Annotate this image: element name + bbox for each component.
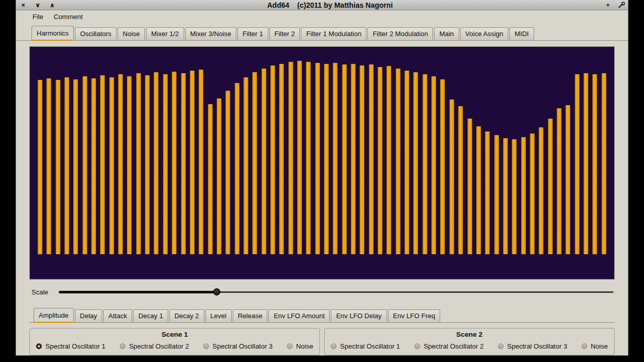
- tab-voice-assign[interactable]: Voice Assign: [460, 27, 509, 40]
- harmonic-bar-36[interactable]: [351, 64, 356, 254]
- harmonic-bar-58[interactable]: [548, 119, 553, 254]
- radio-icon[interactable]: [498, 343, 504, 349]
- harmonic-bar-39[interactable]: [378, 67, 382, 254]
- harmonic-bar-62[interactable]: [584, 73, 588, 254]
- harmonic-bar-10[interactable]: [118, 74, 123, 254]
- harmonic-bar-33[interactable]: [324, 64, 329, 254]
- harmonic-bar-23[interactable]: [235, 83, 239, 254]
- scene-2-option-spectral-oscillator-2[interactable]: Spectral Oscillator 2: [414, 342, 484, 350]
- env-tab-decay-2[interactable]: Decay 2: [169, 309, 204, 322]
- harmonic-bar-29[interactable]: [288, 62, 293, 254]
- harmonic-bar-2[interactable]: [46, 78, 51, 254]
- env-tab-attack[interactable]: Attack: [103, 309, 132, 322]
- env-tab-env-lfo-freq[interactable]: Env LFO Freq: [388, 309, 441, 322]
- harmonic-bar-6[interactable]: [83, 76, 87, 254]
- tab-filter-2[interactable]: Filter 2: [269, 27, 300, 40]
- scene-2-option-noise[interactable]: Noise: [582, 342, 608, 350]
- env-tab-delay[interactable]: Delay: [75, 309, 102, 322]
- harmonic-bar-50[interactable]: [476, 126, 481, 254]
- scene-1-option-spectral-oscillator-1[interactable]: Spectral Oscillator 1: [36, 342, 105, 350]
- harmonic-bar-20[interactable]: [208, 104, 213, 254]
- tab-filter-1[interactable]: Filter 1: [237, 27, 268, 40]
- harmonic-bar-60[interactable]: [566, 105, 570, 254]
- harmonic-bar-57[interactable]: [539, 127, 543, 254]
- harmonic-bar-52[interactable]: [494, 135, 499, 254]
- harmonic-bar-53[interactable]: [503, 138, 508, 254]
- harmonic-bar-18[interactable]: [190, 71, 195, 254]
- window-close-button[interactable]: ×: [19, 1, 27, 9]
- harmonic-bar-26[interactable]: [262, 69, 266, 254]
- menu-comment[interactable]: Comment: [54, 13, 83, 21]
- window-unshade-button[interactable]: ∧: [48, 1, 56, 9]
- tab-midi[interactable]: MIDI: [509, 27, 534, 40]
- radio-icon[interactable]: [331, 343, 336, 349]
- tab-oscillators[interactable]: Oscillators: [75, 27, 117, 40]
- scene-2-option-spectral-oscillator-3[interactable]: Spectral Oscillator 3: [498, 342, 567, 350]
- harmonic-bar-15[interactable]: [163, 74, 168, 254]
- env-tab-env-lfo-delay[interactable]: Env LFO Delay: [331, 309, 387, 322]
- harmonic-bar-22[interactable]: [226, 91, 230, 254]
- harmonic-bar-63[interactable]: [592, 74, 597, 254]
- tab-mixer-3-noise[interactable]: Mixer 3/Noise: [185, 27, 236, 40]
- env-tab-amplitude[interactable]: Amplitude: [34, 308, 74, 323]
- harmonic-bar-46[interactable]: [440, 79, 445, 254]
- harmonic-bar-64[interactable]: [602, 73, 606, 254]
- tab-filter-1-modulation[interactable]: Filter 1 Modulation: [301, 27, 366, 40]
- scene-2-option-spectral-oscillator-1[interactable]: Spectral Oscillator 1: [331, 342, 400, 350]
- harmonic-bar-51[interactable]: [485, 131, 490, 254]
- harmonic-bar-28[interactable]: [279, 64, 284, 254]
- harmonic-bar-4[interactable]: [65, 77, 69, 254]
- harmonic-bar-35[interactable]: [342, 64, 347, 254]
- harmonic-bar-47[interactable]: [449, 100, 454, 254]
- harmonic-bar-32[interactable]: [315, 63, 320, 254]
- harmonic-bar-56[interactable]: [530, 134, 535, 254]
- harmonic-bar-16[interactable]: [172, 72, 176, 254]
- harmonic-bar-45[interactable]: [431, 76, 436, 254]
- window-tools-icon[interactable]: [618, 2, 625, 8]
- window-plus-button[interactable]: +: [604, 1, 612, 9]
- tab-harmonics[interactable]: Harmonics: [31, 26, 74, 41]
- tab-mixer-1-2[interactable]: Mixer 1/2: [146, 27, 184, 40]
- scene-1-option-spectral-oscillator-3[interactable]: Spectral Oscillator 3: [203, 342, 272, 350]
- harmonic-bar-61[interactable]: [575, 74, 579, 254]
- harmonic-bar-1[interactable]: [38, 80, 42, 254]
- harmonic-bar-42[interactable]: [405, 71, 409, 254]
- harmonic-bar-12[interactable]: [136, 73, 141, 254]
- harmonic-bar-21[interactable]: [217, 98, 221, 254]
- harmonic-bar-54[interactable]: [512, 139, 517, 254]
- window-shade-button[interactable]: ∨: [34, 1, 42, 9]
- harmonic-bar-9[interactable]: [109, 77, 114, 254]
- tab-main[interactable]: Main: [434, 27, 459, 40]
- harmonic-bar-40[interactable]: [387, 66, 391, 254]
- harmonic-bar-13[interactable]: [145, 75, 150, 254]
- harmonic-bar-37[interactable]: [360, 65, 364, 254]
- radio-icon[interactable]: [582, 343, 587, 349]
- harmonic-bar-49[interactable]: [468, 119, 472, 254]
- harmonic-bar-3[interactable]: [56, 80, 60, 254]
- env-tab-level[interactable]: Level: [205, 309, 232, 322]
- harmonic-bar-17[interactable]: [181, 73, 186, 254]
- env-tab-env-lfo-amount[interactable]: Env LFO Amount: [268, 309, 330, 322]
- harmonic-bar-11[interactable]: [127, 76, 132, 254]
- harmonic-bar-19[interactable]: [199, 70, 203, 254]
- harmonic-bar-24[interactable]: [244, 77, 248, 254]
- scene-1-option-spectral-oscillator-2[interactable]: Spectral Oscillator 2: [120, 342, 189, 350]
- harmonic-bar-27[interactable]: [270, 65, 275, 254]
- tab-noise[interactable]: Noise: [118, 27, 145, 40]
- env-tab-release[interactable]: Release: [233, 309, 268, 322]
- env-tab-decay-1[interactable]: Decay 1: [133, 309, 168, 322]
- harmonic-bar-30[interactable]: [297, 61, 302, 254]
- harmonic-bar-7[interactable]: [91, 78, 96, 254]
- harmonic-bar-41[interactable]: [396, 69, 400, 254]
- harmonic-bar-14[interactable]: [154, 72, 158, 254]
- harmonic-bar-34[interactable]: [333, 63, 337, 254]
- harmonic-bar-43[interactable]: [413, 72, 418, 254]
- titlebar[interactable]: × ∨ ∧ Add64 (c)2011 by Matthias Nagorni …: [16, 0, 628, 10]
- harmonic-bar-8[interactable]: [100, 75, 105, 254]
- harmonic-bar-59[interactable]: [557, 108, 561, 254]
- harmonic-bar-31[interactable]: [306, 62, 311, 254]
- radio-icon[interactable]: [203, 343, 209, 349]
- harmonic-bar-48[interactable]: [458, 106, 463, 254]
- harmonic-bar-55[interactable]: [521, 137, 526, 254]
- scene-1-option-noise[interactable]: Noise: [287, 342, 313, 350]
